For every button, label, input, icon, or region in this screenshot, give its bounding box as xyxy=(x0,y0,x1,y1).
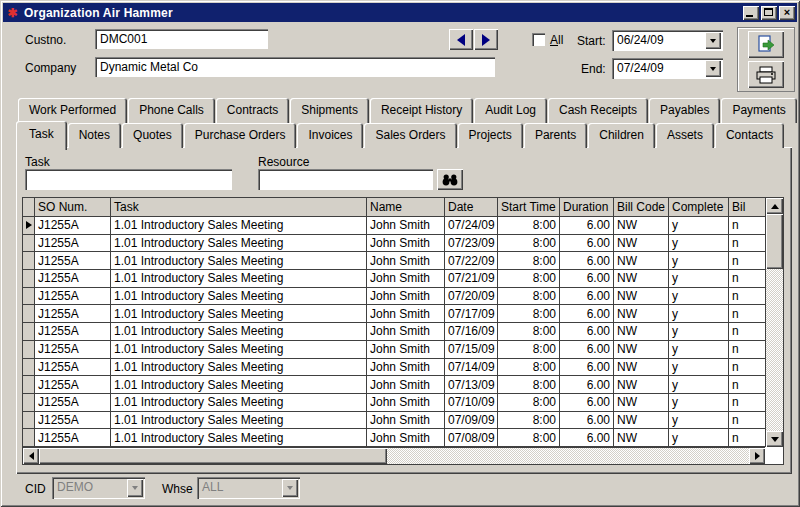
tab-audit-log[interactable]: Audit Log xyxy=(474,98,547,123)
resource-filter-input[interactable] xyxy=(258,169,433,190)
task-filter-input[interactable] xyxy=(25,169,232,190)
vertical-scroll-thumb[interactable] xyxy=(766,214,783,269)
tab-assets[interactable]: Assets xyxy=(656,123,714,148)
table-row[interactable]: J1255A1.01 Introductory Sales MeetingJoh… xyxy=(23,217,765,235)
cell: J1255A xyxy=(35,252,111,269)
column-header-so-num-[interactable]: SO Num. xyxy=(35,198,111,216)
cid-value: DEMO xyxy=(52,477,125,499)
column-header-complete[interactable]: Complete xyxy=(669,198,729,216)
cell: J1255A xyxy=(35,412,111,429)
tab-contacts[interactable]: Contacts xyxy=(715,123,784,148)
app-window: ✱ Organization Air Hammer × Custno. DMC0… xyxy=(0,0,800,507)
vertical-scroll-track[interactable] xyxy=(766,214,783,431)
maximize-button[interactable] xyxy=(761,6,777,20)
cell: John Smith xyxy=(367,376,445,393)
scrollbar-corner xyxy=(765,447,783,464)
horizontal-scrollbar[interactable] xyxy=(23,447,765,464)
table-row[interactable]: J1255A1.01 Introductory Sales MeetingJoh… xyxy=(23,412,765,430)
scroll-up-button[interactable] xyxy=(766,198,783,214)
tab-phone-calls[interactable]: Phone Calls xyxy=(128,98,215,123)
whse-value: ALL xyxy=(197,477,280,499)
cid-label: CID xyxy=(25,482,46,496)
tab-cash-receipts[interactable]: Cash Receipts xyxy=(548,98,648,123)
table-row[interactable]: J1255A1.01 Introductory Sales MeetingJoh… xyxy=(23,376,765,394)
tab-work-performed[interactable]: Work Performed xyxy=(18,98,127,123)
prev-record-button[interactable] xyxy=(449,29,473,50)
tab-task[interactable]: Task xyxy=(16,121,67,150)
table-row[interactable]: J1255A1.01 Introductory Sales MeetingJoh… xyxy=(23,270,765,288)
table-row[interactable]: J1255A1.01 Introductory Sales MeetingJoh… xyxy=(23,252,765,270)
row-selector xyxy=(23,359,35,376)
cid-dropdown-button[interactable] xyxy=(127,479,143,497)
whse-dropdown-button[interactable] xyxy=(282,479,298,497)
tab-purchase-orders[interactable]: Purchase Orders xyxy=(184,123,297,148)
vertical-scrollbar[interactable] xyxy=(765,198,783,447)
row-selector xyxy=(23,412,35,429)
end-date-combo[interactable]: 07/24/09 xyxy=(612,58,723,79)
cell: NW xyxy=(614,376,669,393)
column-header-start-time[interactable]: Start Time xyxy=(498,198,560,216)
company-field[interactable]: Dynamic Metal Co xyxy=(95,57,495,77)
print-button[interactable] xyxy=(748,61,784,88)
start-date-combo[interactable]: 06/24/09 xyxy=(612,30,723,51)
custno-field[interactable]: DMC001 xyxy=(95,29,268,49)
table-row[interactable]: J1255A1.01 Introductory Sales MeetingJoh… xyxy=(23,394,765,412)
table-row[interactable]: J1255A1.01 Introductory Sales MeetingJoh… xyxy=(23,235,765,253)
cell: 6.00 xyxy=(560,394,614,411)
cell: NW xyxy=(614,305,669,322)
tab-children[interactable]: Children xyxy=(588,123,655,148)
table-row[interactable]: J1255A1.01 Introductory Sales MeetingJoh… xyxy=(23,305,765,323)
next-record-button[interactable] xyxy=(474,29,498,50)
horizontal-scroll-thumb[interactable] xyxy=(39,448,387,464)
column-header-bill-code[interactable]: Bill Code xyxy=(614,198,669,216)
cell: J1255A xyxy=(35,305,111,322)
cell: John Smith xyxy=(367,305,445,322)
column-header-duration[interactable]: Duration xyxy=(560,198,614,216)
tab-invoices[interactable]: Invoices xyxy=(297,123,363,148)
cell: 8:00 xyxy=(498,270,560,287)
end-date-dropdown-button[interactable] xyxy=(705,60,721,77)
tab-shipments[interactable]: Shipments xyxy=(290,98,369,123)
tab-parents[interactable]: Parents xyxy=(524,123,587,148)
cell: y xyxy=(669,359,729,376)
cell: 8:00 xyxy=(498,359,560,376)
horizontal-scroll-track[interactable] xyxy=(39,448,749,464)
cell: n xyxy=(729,305,765,322)
tab-notes[interactable]: Notes xyxy=(68,123,121,148)
tab-sales-orders[interactable]: Sales Orders xyxy=(364,123,456,148)
cell: J1255A xyxy=(35,235,111,252)
table-row[interactable]: J1255A1.01 Introductory Sales MeetingJoh… xyxy=(23,288,765,306)
chevron-down-icon xyxy=(132,486,138,490)
scroll-down-button[interactable] xyxy=(766,431,783,447)
table-row[interactable]: J1255A1.01 Introductory Sales MeetingJoh… xyxy=(23,359,765,377)
tab-receipt-history[interactable]: Receipt History xyxy=(370,98,473,123)
table-row[interactable]: J1255A1.01 Introductory Sales MeetingJoh… xyxy=(23,323,765,341)
tab-projects[interactable]: Projects xyxy=(458,123,523,148)
row-marker-icon xyxy=(26,221,32,229)
table-row[interactable]: J1255A1.01 Introductory Sales MeetingJoh… xyxy=(23,429,765,447)
table-row[interactable]: J1255A1.01 Introductory Sales MeetingJoh… xyxy=(23,341,765,359)
column-header-bil[interactable]: Bil xyxy=(729,198,765,216)
tab-contracts[interactable]: Contracts xyxy=(216,98,289,123)
report-button[interactable] xyxy=(748,31,784,58)
whse-combo[interactable]: ALL xyxy=(197,477,300,499)
minimize-button[interactable] xyxy=(743,6,759,20)
tab-quotes[interactable]: Quotes xyxy=(122,123,183,148)
all-checkbox-label: All xyxy=(550,33,563,47)
find-button[interactable] xyxy=(437,169,463,190)
column-header-date[interactable]: Date xyxy=(445,198,498,216)
cell: n xyxy=(729,376,765,393)
start-date-dropdown-button[interactable] xyxy=(705,32,721,49)
all-checkbox[interactable] xyxy=(532,33,545,46)
cid-combo[interactable]: DEMO xyxy=(52,477,145,499)
column-header-task[interactable]: Task xyxy=(111,198,367,216)
scroll-right-button[interactable] xyxy=(749,448,765,464)
close-button[interactable]: × xyxy=(779,6,795,20)
cell: y xyxy=(669,341,729,358)
row-selector xyxy=(23,376,35,393)
tab-payables[interactable]: Payables xyxy=(649,98,720,123)
cell: y xyxy=(669,235,729,252)
tab-payments[interactable]: Payments xyxy=(721,98,796,123)
scroll-left-button[interactable] xyxy=(23,448,39,464)
column-header-name[interactable]: Name xyxy=(367,198,445,216)
